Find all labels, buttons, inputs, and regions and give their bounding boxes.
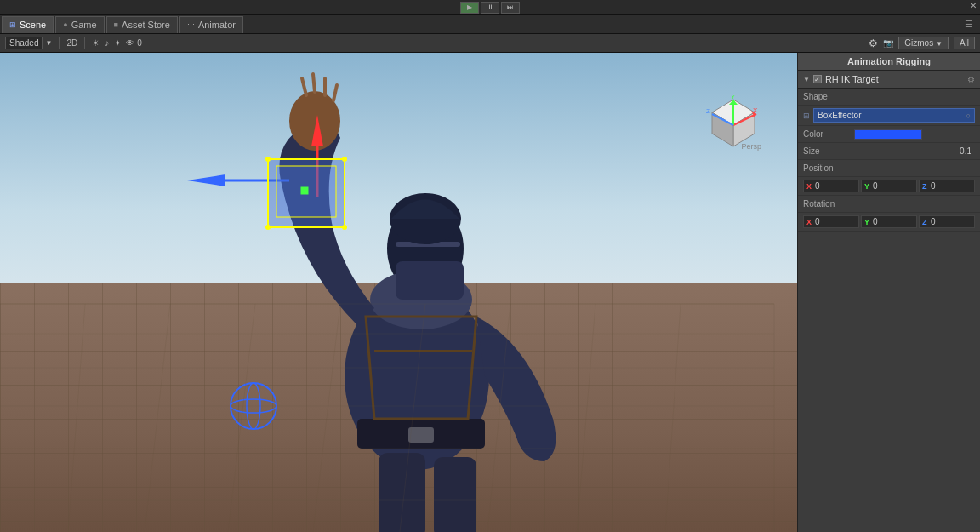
panel-title: Animation Rigging <box>798 53 980 71</box>
asset-store-tab-label: Asset Store <box>122 20 170 30</box>
audio-button[interactable]: ♪ <box>105 38 109 48</box>
toolbar-separator-1 <box>59 37 60 49</box>
svg-point-26 <box>265 225 271 230</box>
svg-line-40 <box>228 304 255 532</box>
position-label: Position <box>803 163 854 173</box>
main-content: X Y Z Persp Animation Rigging ▼ ✓ RH IK … <box>0 53 980 532</box>
game-tab-icon: ● <box>63 20 67 29</box>
lights-icon: ☀ <box>92 38 100 48</box>
visibility-count: 0 <box>137 38 142 48</box>
shape-select-chevron: ○ <box>966 112 971 120</box>
close-icon[interactable]: ✕ <box>970 1 977 10</box>
size-field-row: Size 0.1 <box>798 143 980 160</box>
tab-scene[interactable]: ⊞ Scene <box>2 16 54 33</box>
svg-line-45 <box>665 304 681 532</box>
2d-label: 2D <box>66 38 77 48</box>
camera-perspective-label: Persp <box>741 142 761 151</box>
gizmos-button[interactable]: Gizmos ▼ <box>898 37 949 49</box>
play-button[interactable]: ▶ <box>460 2 479 14</box>
svg-rect-14 <box>396 261 464 300</box>
playback-controls: ▶ ⏸ ⏭ <box>460 2 520 14</box>
rotation-xyz-group: X 0 Y 0 Z 0 <box>803 215 975 228</box>
shape-select-dropdown[interactable]: BoxEffector ○ <box>813 108 975 123</box>
camera-icon[interactable]: 📷 <box>883 38 893 48</box>
position-y-field[interactable]: Y 0 <box>861 180 917 192</box>
rotation-z-value: 0 <box>931 217 936 226</box>
tab-bar: ⊞ Scene ● Game ■ Asset Store ⋯ Animator … <box>0 15 980 34</box>
all-label: All <box>960 38 969 48</box>
svg-line-41 <box>313 304 340 532</box>
animator-tab-label: Animator <box>198 20 236 30</box>
svg-rect-5 <box>434 457 476 532</box>
rotation-y-field[interactable]: Y 0 <box>861 215 917 228</box>
svg-text:Z: Z <box>706 107 710 115</box>
svg-text:Y: Y <box>731 95 736 100</box>
svg-point-24 <box>265 157 271 162</box>
color-label: Color <box>803 129 854 139</box>
component-enabled-checkbox[interactable]: ✓ <box>813 75 822 83</box>
tab-game[interactable]: ● Game <box>55 16 104 33</box>
rotation-x-value: 0 <box>815 217 820 226</box>
position-z-field[interactable]: Z 0 <box>919 180 975 192</box>
fx-icon: ✦ <box>114 38 121 48</box>
svg-point-27 <box>342 225 347 230</box>
component-header: ▼ ✓ RH IK Target ⚙ <box>798 71 980 89</box>
position-x-axis-label: X <box>806 182 813 191</box>
pause-button[interactable]: ⏸ <box>481 2 499 14</box>
svg-line-11 <box>313 74 315 92</box>
svg-rect-4 <box>379 453 425 532</box>
position-z-axis-label: Z <box>922 182 929 191</box>
gizmos-label: Gizmos <box>904 38 933 48</box>
window-title-bar: ▶ ⏸ ⏭ ✕ <box>0 0 980 15</box>
animator-tab-icon: ⋯ <box>187 20 195 29</box>
size-label: Size <box>803 146 854 156</box>
scene-viewport[interactable]: X Y Z Persp <box>0 53 797 532</box>
position-x-value: 0 <box>815 181 820 191</box>
component-settings-icon[interactable]: ⚙ <box>967 75 975 84</box>
position-xyz-group: X 0 Y 0 Z 0 <box>803 180 975 192</box>
lights-button[interactable]: ☀ <box>92 38 100 48</box>
svg-line-10 <box>302 78 306 95</box>
game-tab-label: Game <box>71 20 97 30</box>
shape-label: Shape <box>803 92 854 101</box>
toolbar-separator-2 <box>84 37 85 49</box>
rotation-label-row: Rotation <box>798 196 980 213</box>
scene-visibility-button[interactable]: 👁 0 <box>126 38 142 48</box>
svg-text:X: X <box>753 106 758 114</box>
fx-button[interactable]: ✦ <box>114 38 121 48</box>
scene-tab-icon: ⊞ <box>9 20 16 29</box>
color-field-row: Color <box>798 126 980 143</box>
svg-rect-23 <box>301 187 308 194</box>
asset-store-tab-icon: ■ <box>114 20 118 29</box>
shape-type-icon: ⊞ <box>803 112 810 120</box>
scene-toolbar: Shaded ▼ 2D ☀ ♪ ✦ 👁 0 ⚙ 📷 Gizmos ▼ All <box>0 34 980 53</box>
position-z-value: 0 <box>931 181 936 191</box>
rotation-z-field[interactable]: Z 0 <box>919 215 975 228</box>
scene-content <box>0 53 797 532</box>
toolbar-right-group: ⚙ 📷 Gizmos ▼ All <box>869 37 975 49</box>
position-y-axis-label: Y <box>864 182 871 191</box>
size-value: 0.1 <box>854 146 975 156</box>
step-button[interactable]: ⏭ <box>501 2 520 14</box>
tab-asset-store[interactable]: ■ Asset Store <box>106 16 178 33</box>
rotation-y-value: 0 <box>873 217 878 226</box>
rotation-x-field[interactable]: X 0 <box>803 215 859 228</box>
2d-button[interactable]: 2D <box>66 38 77 48</box>
shading-mode-value[interactable]: Shaded <box>5 37 43 49</box>
tab-menu-button[interactable]: ☰ <box>965 19 980 30</box>
visibility-icon: 👁 <box>126 38 134 48</box>
color-swatch[interactable] <box>854 129 922 140</box>
position-x-field[interactable]: X 0 <box>803 180 859 192</box>
component-collapse-arrow[interactable]: ▼ <box>803 76 810 83</box>
shading-chevron-icon: ▼ <box>45 39 52 47</box>
shading-dropdown[interactable]: Shaded ▼ <box>5 37 52 49</box>
position-label-row: Position <box>798 160 980 177</box>
tools-icon[interactable]: ⚙ <box>869 37 878 49</box>
svg-line-38 <box>68 304 85 532</box>
all-button[interactable]: All <box>954 37 975 49</box>
tab-animator[interactable]: ⋯ Animator <box>179 16 243 33</box>
shape-dropdown-row: ⊞ BoxEffector ○ <box>798 106 980 126</box>
svg-line-39 <box>145 304 170 532</box>
rotation-xyz-row: X 0 Y 0 Z 0 <box>798 213 980 232</box>
rotation-label: Rotation <box>803 199 854 209</box>
